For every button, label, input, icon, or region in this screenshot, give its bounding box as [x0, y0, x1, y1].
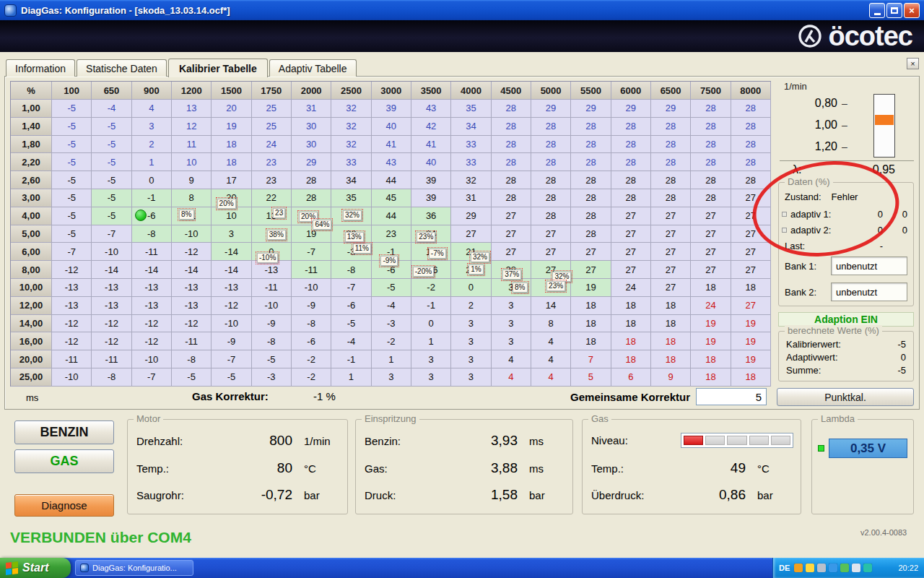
map-cell[interactable]: 44 [372, 171, 411, 189]
map-cell[interactable]: 29 [531, 100, 571, 118]
map-cell[interactable]: -6 [292, 332, 331, 350]
map-cell[interactable]: 45 [372, 189, 411, 207]
map-cell[interactable]: 33 [331, 153, 371, 171]
map-cell[interactable]: 13 [252, 207, 292, 225]
map-cell[interactable]: -11 [92, 350, 131, 368]
map-cell[interactable]: 28 [611, 153, 651, 171]
map-cell[interactable]: 30 [292, 118, 331, 136]
map-cell[interactable]: 23 [252, 171, 292, 189]
map-cell[interactable]: 28 [691, 118, 731, 136]
map-cell[interactable]: -9 [212, 332, 251, 350]
map-cell[interactable]: 28 [492, 189, 531, 207]
tray-icon-network[interactable] [840, 564, 849, 572]
map-cell[interactable]: -2 [292, 368, 331, 387]
map-cell[interactable]: 1 [411, 332, 451, 350]
map-cell[interactable]: -5 [92, 118, 131, 136]
map-cell[interactable]: 18 [571, 315, 611, 333]
map-cell[interactable]: 33 [451, 153, 491, 171]
map-cell[interactable]: 4 [492, 368, 531, 387]
map-cell[interactable]: -6 [331, 297, 371, 315]
map-cell[interactable]: 28 [691, 189, 731, 207]
map-cell[interactable]: 9 [651, 368, 691, 387]
map-cell[interactable]: 3 [492, 332, 531, 350]
map-cell[interactable]: 27 [492, 207, 531, 225]
map-cell[interactable]: 40 [411, 153, 451, 171]
map-cell[interactable]: -2 [411, 279, 451, 297]
map-cell[interactable]: 13 [172, 100, 212, 118]
map-cell[interactable]: 28 [651, 153, 691, 171]
minimize-button[interactable] [869, 3, 885, 18]
map-cell[interactable]: 28 [492, 171, 531, 189]
map-cell[interactable]: -1 [411, 297, 451, 315]
map-cell[interactable]: 3 [451, 332, 491, 350]
map-cell[interactable]: 18 [691, 350, 731, 368]
map-cell[interactable]: -7 [212, 350, 251, 368]
close-button[interactable]: × [904, 3, 920, 18]
map-cell[interactable]: 1 [331, 368, 371, 387]
map-cell[interactable]: -5 [52, 118, 92, 136]
map-cell[interactable]: 28 [651, 171, 691, 189]
map-cell[interactable]: 3 [451, 368, 491, 387]
map-cell[interactable]: -2 [292, 350, 331, 368]
map-cell[interactable]: 43 [411, 100, 451, 118]
map-cell[interactable]: 33 [451, 136, 491, 154]
map-cell[interactable]: -8 [172, 350, 212, 368]
map-cell[interactable]: 18 [611, 297, 651, 315]
map-cell[interactable]: 27 [691, 261, 731, 279]
map-cell[interactable]: -14 [212, 243, 251, 261]
map-cell[interactable]: 27 [611, 243, 651, 261]
map-cell[interactable]: 28 [571, 136, 611, 154]
map-cell[interactable]: -7 [52, 243, 92, 261]
map-cell[interactable]: -5 [92, 189, 131, 207]
map-cell[interactable]: 41 [411, 136, 451, 154]
map-cell[interactable]: -12 [52, 332, 92, 350]
map-cell[interactable]: 19 [691, 332, 731, 350]
map-cell[interactable]: 27 [571, 243, 611, 261]
map-cell[interactable]: -8 [92, 368, 131, 387]
map-cell[interactable]: -13 [252, 261, 292, 279]
map-cell[interactable]: 29 [292, 153, 331, 171]
map-cell[interactable]: 29 [571, 100, 611, 118]
map-cell[interactable]: -9 [252, 315, 292, 333]
map-cell[interactable]: 19 [731, 332, 771, 350]
map-cell[interactable]: 42 [411, 118, 451, 136]
map-cell[interactable]: 28 [731, 100, 771, 118]
map-cell[interactable]: 27 [451, 225, 491, 243]
map-cell[interactable]: 28 [292, 189, 331, 207]
tab-kalibrier-tabelle[interactable]: Kalibrier Tabelle [168, 59, 268, 77]
diagnose-button[interactable]: Diagnose [14, 494, 114, 517]
map-cell[interactable]: -14 [172, 261, 212, 279]
map-cell[interactable]: 18 [212, 136, 251, 154]
map-cell[interactable]: -10 [172, 225, 212, 243]
map-cell[interactable]: 3 [411, 368, 451, 387]
map-cell[interactable]: 3 [492, 297, 531, 315]
map-cell[interactable]: 20 [212, 100, 251, 118]
map-cell[interactable]: -3 [372, 315, 411, 333]
map-cell[interactable]: -13 [212, 279, 251, 297]
map-cell[interactable]: -3 [252, 368, 292, 387]
map-cell[interactable]: 40 [372, 118, 411, 136]
map-cell[interactable]: 18 [611, 315, 651, 333]
map-cell[interactable]: 2 [451, 297, 491, 315]
language-indicator[interactable]: DE [779, 564, 790, 572]
map-cell[interactable]: 25 [252, 118, 292, 136]
map-cell[interactable]: 4 [531, 350, 571, 368]
map-cell[interactable]: -13 [172, 297, 212, 315]
gemeinsame-korrektur-input[interactable] [696, 388, 767, 405]
map-cell[interactable]: -14 [132, 261, 172, 279]
map-cell[interactable]: 19 [731, 315, 771, 333]
map-cell[interactable]: 27 [691, 207, 731, 225]
map-cell[interactable]: -5 [52, 100, 92, 118]
map-cell[interactable]: -14 [92, 261, 131, 279]
map-cell[interactable]: -5 [252, 350, 292, 368]
map-cell[interactable]: -5 [212, 368, 251, 387]
map-cell[interactable]: 28 [531, 207, 571, 225]
map-cell[interactable]: -1 [331, 350, 371, 368]
map-cell[interactable]: 32 [331, 136, 371, 154]
map-cell[interactable]: 35 [331, 189, 371, 207]
map-cell[interactable]: -11 [172, 332, 212, 350]
map-cell[interactable]: -12 [52, 261, 92, 279]
start-button[interactable]: Start [0, 558, 71, 578]
map-cell[interactable]: -5 [52, 136, 92, 154]
tray-icon-messenger[interactable] [863, 564, 872, 572]
